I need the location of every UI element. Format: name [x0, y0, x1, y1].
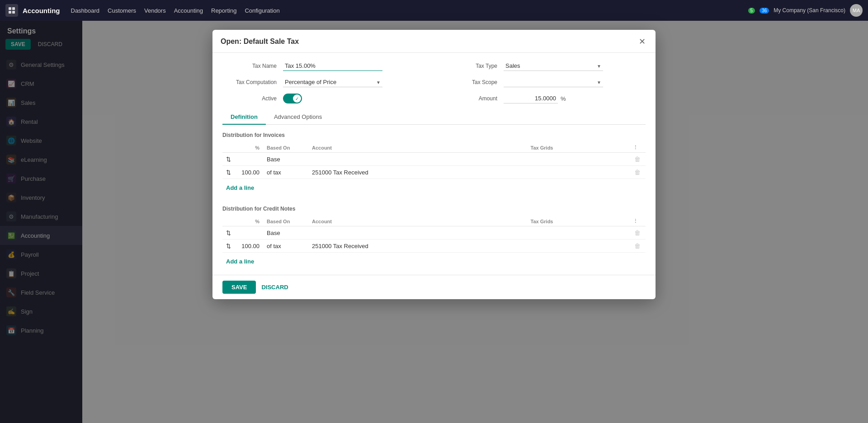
invoices-row-1: ⇅ 100.00 of tax 251000 Tax Received 🗑	[222, 166, 646, 179]
modal-footer: SAVE DISCARD	[212, 275, 656, 299]
top-nav: Accounting Dashboard Customers Vendors A…	[0, 0, 868, 21]
modal-overlay: Open: Default Sale Tax ✕ Tax Name Tax Ty…	[0, 21, 868, 423]
toggle-track[interactable]: ✓	[283, 94, 302, 103]
amount-group: Amount %	[443, 94, 646, 103]
tax-name-group: Tax Name	[222, 61, 425, 71]
credit-delete-1[interactable]: 🗑	[634, 242, 641, 249]
svg-rect-0	[9, 7, 11, 10]
credit-col-pct: %	[236, 216, 263, 226]
form-row-3: Active ✓ Amount %	[222, 94, 646, 103]
svg-rect-1	[12, 7, 15, 10]
tax-name-input[interactable]	[283, 61, 382, 71]
amount-input[interactable]	[504, 94, 558, 103]
active-label: Active	[222, 95, 277, 102]
invoices-account-0	[308, 153, 527, 166]
amount-unit: %	[561, 95, 566, 102]
right-icons: 5 36 My Company (San Francisco) MA	[748, 4, 863, 17]
credit-col-based: Based On	[263, 216, 308, 226]
modal-header: Open: Default Sale Tax ✕	[212, 30, 656, 53]
nav-reporting[interactable]: Reporting	[211, 5, 236, 16]
modal-save-button[interactable]: SAVE	[222, 281, 256, 294]
company-info: My Company (San Francisco)	[774, 7, 845, 14]
invoices-pct-1: 100.00	[236, 166, 263, 179]
modal-body: Tax Name Tax Type Sales Purchase ▼	[212, 53, 656, 275]
nav-dashboard[interactable]: Dashboard	[71, 5, 100, 16]
sort-handle[interactable]: ⇅	[222, 153, 236, 166]
credit-notes-section-title: Distribution for Credit Notes	[222, 206, 646, 212]
badge-messages[interactable]: 5	[748, 8, 755, 14]
nav-items: Dashboard Customers Vendors Accounting R…	[71, 5, 748, 16]
credit-based-0: Base	[263, 226, 308, 240]
invoices-section-title: Distribution for Invoices	[222, 132, 646, 138]
modal-discard-button[interactable]: DISCARD	[261, 284, 288, 291]
invoices-col-taxgrids: Tax Grids	[527, 143, 629, 153]
credit-pct-1: 100.00	[236, 240, 263, 253]
modal-close-button[interactable]: ✕	[637, 36, 647, 47]
tax-type-select[interactable]: Sales Purchase	[504, 61, 603, 71]
active-group: Active ✓	[222, 94, 425, 103]
tax-scope-select-wrap: Services Goods ▼	[504, 77, 603, 87]
credit-notes-table: % Based On Account Tax Grids ⋮ ⇅ Base	[222, 216, 646, 253]
invoices-account-1: 251000 Tax Received	[308, 166, 527, 179]
amount-label: Amount	[443, 95, 497, 102]
invoices-col-based: Based On	[263, 143, 308, 153]
credit-notes-add-line-button[interactable]: Add a line	[222, 256, 258, 267]
credit-pct-0	[236, 226, 263, 240]
invoices-table: % Based On Account Tax Grids ⋮ ⇅ Base	[222, 143, 646, 179]
tax-type-label: Tax Type	[443, 63, 497, 69]
nav-customers[interactable]: Customers	[108, 5, 136, 16]
invoices-col-account: Account	[308, 143, 527, 153]
svg-rect-2	[9, 11, 11, 14]
invoices-based-1: of tax	[263, 166, 308, 179]
tax-scope-label: Tax Scope	[443, 79, 497, 85]
credit-col-taxgrids: Tax Grids	[527, 216, 629, 226]
credit-taxgrids-1	[527, 240, 629, 253]
invoices-row-0: ⇅ Base 🗑	[222, 153, 646, 166]
sort-handle[interactable]: ⇅	[222, 166, 236, 179]
credit-delete-0[interactable]: 🗑	[634, 229, 641, 236]
invoices-taxgrids-1	[527, 166, 629, 179]
user-avatar[interactable]: MA	[850, 4, 863, 17]
tax-type-group: Tax Type Sales Purchase ▼	[443, 61, 646, 71]
invoices-col-pct: %	[236, 143, 263, 153]
form-row-1: Tax Name Tax Type Sales Purchase ▼	[222, 61, 646, 71]
invoices-based-0: Base	[263, 153, 308, 166]
credit-col-more[interactable]: ⋮	[629, 216, 646, 226]
invoices-add-line-button[interactable]: Add a line	[222, 183, 258, 193]
credit-account-0	[308, 226, 527, 240]
tax-computation-select[interactable]: Percentage of Price Fixed Python Code	[283, 77, 382, 87]
app-icon[interactable]	[5, 4, 18, 17]
tab-definition[interactable]: Definition	[222, 110, 266, 125]
invoices-delete-0[interactable]: 🗑	[634, 155, 641, 163]
active-toggle[interactable]: ✓	[283, 94, 302, 103]
invoices-col-more[interactable]: ⋮	[629, 143, 646, 153]
app-name: Accounting	[23, 7, 60, 14]
modal-dialog: Open: Default Sale Tax ✕ Tax Name Tax Ty…	[212, 30, 656, 299]
modal-title: Open: Default Sale Tax	[221, 38, 299, 46]
tax-computation-group: Tax Computation Percentage of Price Fixe…	[222, 77, 425, 87]
sort-handle[interactable]: ⇅	[222, 240, 236, 253]
nav-configuration[interactable]: Configuration	[245, 5, 279, 16]
toggle-knob: ✓	[293, 94, 301, 103]
form-row-2: Tax Computation Percentage of Price Fixe…	[222, 77, 646, 87]
tax-computation-label: Tax Computation	[222, 79, 277, 85]
credit-col-sort	[222, 216, 236, 226]
nav-accounting[interactable]: Accounting	[174, 5, 203, 16]
credit-row-0: ⇅ Base 🗑	[222, 226, 646, 240]
invoices-col-sort	[222, 143, 236, 153]
amount-wrap: %	[504, 94, 566, 103]
invoices-taxgrids-0	[527, 153, 629, 166]
badge-activities[interactable]: 36	[760, 8, 769, 14]
sort-handle[interactable]: ⇅	[222, 226, 236, 240]
tax-name-label: Tax Name	[222, 63, 277, 69]
credit-based-1: of tax	[263, 240, 308, 253]
credit-taxgrids-0	[527, 226, 629, 240]
tab-advanced-options[interactable]: Advanced Options	[266, 110, 330, 125]
svg-rect-3	[12, 11, 15, 14]
invoices-delete-1[interactable]: 🗑	[634, 169, 641, 176]
tax-scope-group: Tax Scope Services Goods ▼	[443, 77, 646, 87]
credit-row-1: ⇅ 100.00 of tax 251000 Tax Received 🗑	[222, 240, 646, 253]
nav-vendors[interactable]: Vendors	[144, 5, 166, 16]
tax-scope-select[interactable]: Services Goods	[504, 77, 603, 87]
credit-col-account: Account	[308, 216, 527, 226]
